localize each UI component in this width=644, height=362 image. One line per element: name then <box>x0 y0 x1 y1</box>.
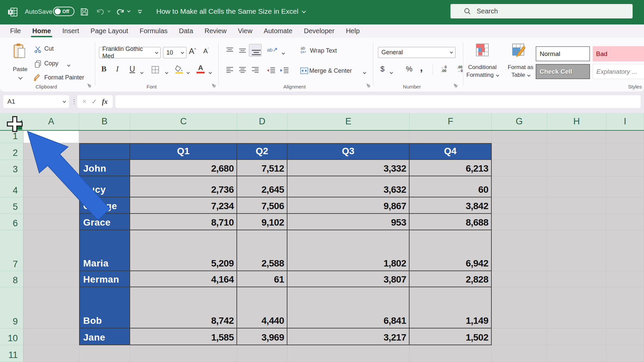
tab-insert[interactable]: Insert <box>62 24 79 38</box>
cell-E11[interactable] <box>287 345 410 362</box>
autosave-toggle[interactable]: Off <box>53 7 74 16</box>
insert-function-icon[interactable]: fx <box>102 98 108 106</box>
cell-H4[interactable] <box>547 176 606 197</box>
cell-C8[interactable]: 4,164 <box>130 271 237 287</box>
cell-E2[interactable]: Q3 <box>287 143 410 160</box>
cell-G3[interactable] <box>492 160 547 176</box>
cell-B9[interactable]: Bob <box>79 287 130 328</box>
cell-style-explanatory[interactable]: Explanatory ... <box>593 64 644 79</box>
tab-data[interactable]: Data <box>179 24 193 38</box>
cell-E5[interactable]: 9,867 <box>287 197 410 214</box>
cell-E7[interactable]: 1,802 <box>287 230 410 271</box>
undo-dropdown-icon[interactable] <box>107 10 110 12</box>
align-right-icon[interactable] <box>251 66 260 76</box>
cell-G4[interactable] <box>492 176 547 197</box>
cell-F8[interactable]: 2,828 <box>410 271 492 287</box>
cell-G10[interactable] <box>492 328 547 345</box>
save-icon[interactable] <box>80 7 89 16</box>
borders-dropdown-icon[interactable] <box>165 69 167 75</box>
clipboard-dialog-launcher-icon[interactable] <box>87 83 91 87</box>
cell-H2[interactable] <box>547 143 606 160</box>
cell-G7[interactable] <box>492 230 547 271</box>
cell-I3[interactable] <box>606 160 644 176</box>
row-header-6[interactable]: 6 <box>0 214 23 230</box>
cell-F4[interactable]: 60 <box>410 176 492 197</box>
column-header-A[interactable]: A <box>23 113 79 130</box>
column-header-E[interactable]: E <box>287 113 410 130</box>
cell-B11[interactable] <box>79 345 130 362</box>
comma-style-button[interactable]: , <box>420 62 423 73</box>
conditional-formatting-icon[interactable] <box>476 43 489 58</box>
cell-A9[interactable] <box>23 287 79 328</box>
tab-file[interactable]: File <box>10 24 21 38</box>
format-as-table-icon[interactable] <box>512 43 526 59</box>
cell-G6[interactable] <box>492 214 547 230</box>
cell-F2[interactable]: Q4 <box>410 143 492 160</box>
borders-icon[interactable] <box>151 65 160 75</box>
cell-D8[interactable]: 61 <box>237 271 287 287</box>
font-color-dropdown-icon[interactable] <box>209 69 211 75</box>
row-header-3[interactable]: 3 <box>0 160 23 176</box>
cell-D2[interactable]: Q2 <box>237 143 287 160</box>
paste-label[interactable]: Paste <box>13 65 27 73</box>
row-header-8[interactable]: 8 <box>0 271 23 287</box>
wrap-text-label[interactable]: Wrap Text <box>310 47 337 54</box>
cell-F9[interactable]: 1,149 <box>410 287 492 328</box>
cell-B2[interactable] <box>79 143 130 160</box>
fill-color-dropdown-icon[interactable] <box>186 69 189 75</box>
quick-access-toolbar-icon[interactable] <box>137 9 143 15</box>
formula-input[interactable] <box>115 95 641 108</box>
cell-H3[interactable] <box>547 160 606 176</box>
format-painter-label[interactable]: Format Painter <box>44 74 84 81</box>
orientation-dropdown-icon[interactable] <box>282 50 284 56</box>
cell-E6[interactable]: 953 <box>287 214 410 230</box>
cell-A2[interactable] <box>23 143 79 160</box>
cell-F5[interactable]: 3,842 <box>410 197 492 214</box>
cell-B1[interactable] <box>79 131 130 143</box>
cell-B6[interactable]: Grace <box>79 214 130 230</box>
column-header-G[interactable]: G <box>492 113 547 130</box>
merge-center-dropdown-icon[interactable] <box>363 69 365 75</box>
font-dialog-launcher-icon[interactable] <box>211 83 216 87</box>
copy-label[interactable]: Copy <box>44 60 58 67</box>
cell-B7[interactable]: Maria <box>79 230 130 271</box>
cell-F11[interactable] <box>410 345 492 362</box>
cell-B8[interactable]: Herman <box>79 271 130 287</box>
cell-D4[interactable]: 2,645 <box>237 176 287 197</box>
increase-indent-icon[interactable] <box>280 66 289 76</box>
cell-C10[interactable]: 1,585 <box>130 328 237 345</box>
row-header-5[interactable]: 5 <box>0 197 23 214</box>
cell-H6[interactable] <box>547 214 606 230</box>
column-header-I[interactable]: I <box>606 113 644 130</box>
cell-E1[interactable] <box>287 131 410 143</box>
cell-C7[interactable]: 5,209 <box>130 230 237 271</box>
cell-A8[interactable] <box>23 271 79 287</box>
cell-E3[interactable]: 3,332 <box>287 160 410 176</box>
font-size-combo[interactable]: 10 <box>163 47 186 58</box>
cell-I9[interactable] <box>606 287 644 328</box>
cell-C4[interactable]: 2,736 <box>130 176 237 197</box>
cell-D1[interactable] <box>237 131 287 143</box>
cell-E8[interactable]: 3,807 <box>287 271 410 287</box>
align-center-icon[interactable] <box>238 66 247 76</box>
cell-F10[interactable]: 1,502 <box>410 328 492 345</box>
cell-A4[interactable] <box>23 176 79 197</box>
document-title[interactable]: How to Make all Cells the Same Size in E… <box>156 7 305 15</box>
cell-style-check-cell[interactable]: Check Cell <box>536 64 590 79</box>
decrease-decimal-button[interactable]: .00 →0 <box>453 65 467 73</box>
row-header-7[interactable]: 7 <box>0 230 23 271</box>
tab-home[interactable]: Home <box>32 24 51 38</box>
cancel-icon[interactable]: × <box>82 97 87 106</box>
tab-view[interactable]: View <box>238 24 252 38</box>
cell-C5[interactable]: 7,234 <box>130 197 237 214</box>
cell-H1[interactable] <box>547 131 606 143</box>
font-name-combo[interactable]: Franklin Gothic Med <box>99 47 161 58</box>
decrease-font-size-button[interactable]: Aˇ <box>203 47 209 55</box>
cell-I5[interactable] <box>606 197 644 214</box>
tab-review[interactable]: Review <box>205 24 227 38</box>
cell-D10[interactable]: 3,969 <box>237 328 287 345</box>
tab-formulas[interactable]: Formulas <box>140 24 167 38</box>
search-input[interactable]: Search <box>450 4 633 18</box>
cell-D6[interactable]: 9,102 <box>237 214 287 230</box>
cell-C6[interactable]: 8,710 <box>130 214 237 230</box>
